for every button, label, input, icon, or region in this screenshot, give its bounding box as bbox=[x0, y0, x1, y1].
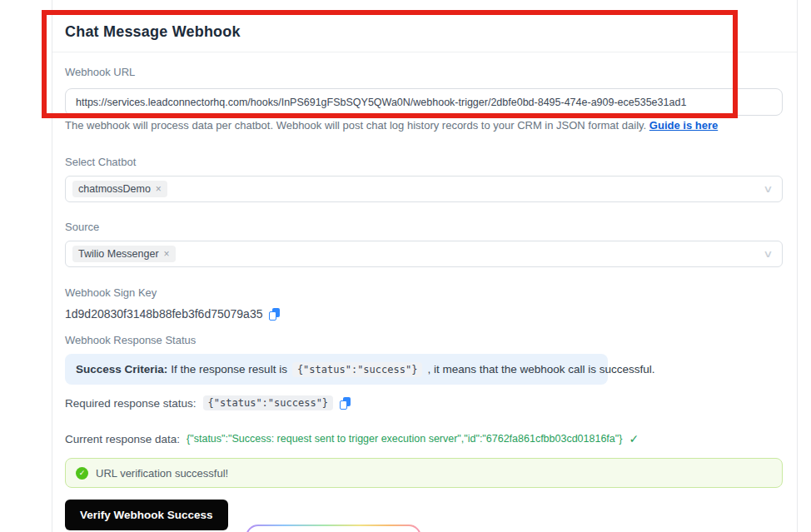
chevron-down-icon[interactable]: ∨ bbox=[763, 248, 773, 260]
current-response-row: Current response data: {"status":"Succes… bbox=[65, 432, 639, 445]
check-icon: ✓ bbox=[629, 432, 639, 445]
criteria-code: {"status":"success"} bbox=[292, 362, 423, 377]
verify-webhook-button[interactable]: Verify Webhook Success bbox=[65, 500, 228, 530]
chatbot-select[interactable]: chatmossDemo × ∨ bbox=[65, 176, 783, 202]
current-response-value: {"status":"Success: request sent to trig… bbox=[187, 433, 622, 445]
required-status-label: Required response status: bbox=[65, 397, 197, 410]
response-status-label: Webhook Response Status bbox=[65, 334, 196, 346]
sign-key-row: 1d9d20830f3148b88feb3f6d75079a35 bbox=[65, 307, 280, 321]
webhook-url-input[interactable] bbox=[65, 88, 783, 116]
chatbot-tag-label: chatmossDemo bbox=[78, 183, 151, 195]
criteria-bold: Success Criteria: bbox=[76, 363, 167, 375]
source-select[interactable]: Twilio Messenger × ∨ bbox=[65, 241, 783, 267]
source-tag-remove-icon[interactable]: × bbox=[164, 248, 170, 260]
gradient-border-box-inner bbox=[247, 526, 420, 532]
chevron-down-icon[interactable]: ∨ bbox=[763, 183, 773, 195]
gradient-border-box bbox=[246, 525, 421, 532]
guide-link[interactable]: Guide is here bbox=[649, 119, 718, 132]
sign-key-label: Webhook Sign Key bbox=[65, 286, 157, 299]
source-tag-label: Twilio Messenger bbox=[78, 248, 159, 260]
chatbot-tag-remove-icon[interactable]: × bbox=[156, 183, 162, 195]
title-divider bbox=[52, 52, 797, 52]
chatbot-tag: chatmossDemo × bbox=[72, 181, 167, 197]
success-check-icon: ✓ bbox=[76, 467, 88, 480]
required-status-code: {"status":"success"} bbox=[203, 395, 334, 410]
copy-icon[interactable] bbox=[269, 308, 280, 321]
webhook-helper-text: The webhook will process data per chatbo… bbox=[65, 119, 718, 132]
verification-success-alert: ✓ URL verification successful! bbox=[65, 458, 783, 488]
criteria-pre: If the response result is bbox=[171, 363, 287, 375]
page: Chat Message Webhook Webhook URL The web… bbox=[0, 0, 811, 532]
required-status-row: Required response status: {"status":"suc… bbox=[65, 395, 351, 410]
page-title: Chat Message Webhook bbox=[65, 23, 241, 41]
alert-message: URL verification successful! bbox=[96, 467, 228, 480]
source-label: Source bbox=[65, 221, 99, 233]
helper-text: The webhook will process data per chatbo… bbox=[65, 119, 649, 132]
source-tag: Twilio Messenger × bbox=[72, 246, 176, 262]
sign-key-value: 1d9d20830f3148b88feb3f6d75079a35 bbox=[65, 307, 262, 321]
webhook-url-label: Webhook URL bbox=[65, 66, 135, 78]
chatbot-label: Select Chatbot bbox=[65, 156, 136, 168]
current-response-label: Current response data: bbox=[65, 433, 180, 445]
criteria-post: , it means that the webhook call is succ… bbox=[427, 363, 654, 375]
copy-icon[interactable] bbox=[340, 397, 351, 410]
success-criteria-box: Success Criteria: If the response result… bbox=[65, 354, 608, 385]
